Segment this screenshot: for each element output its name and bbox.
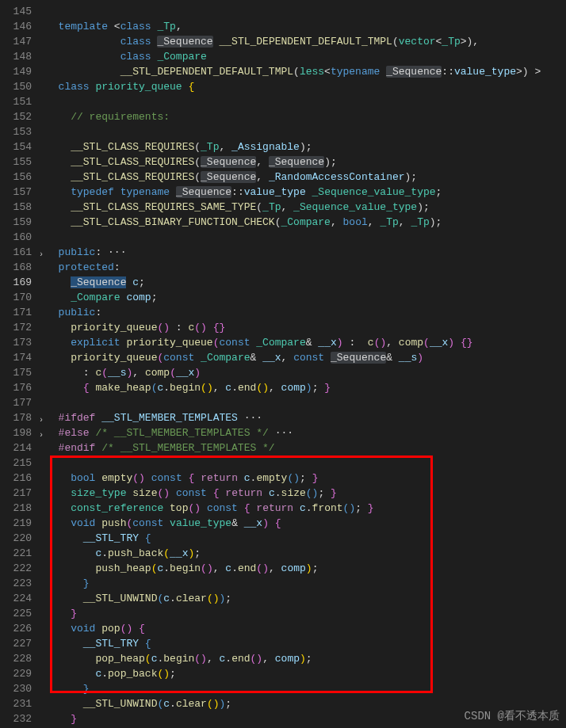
line-gutter: 1451461471481491501511521531541551561571… xyxy=(0,0,46,728)
line-number: 219 xyxy=(0,516,46,531)
code-line[interactable]: } xyxy=(46,576,566,591)
line-number: 224 xyxy=(0,591,46,606)
code-line[interactable]: __STL_CLASS_REQUIRES_SAME_TYPE(_Tp, _Seq… xyxy=(46,200,566,215)
line-number: 155 xyxy=(0,154,46,170)
line-number: 169 xyxy=(0,275,46,290)
code-line[interactable]: __STL_CLASS_REQUIRES(_Tp, _Assignable); xyxy=(46,139,566,154)
code-line[interactable] xyxy=(46,455,566,471)
code-line[interactable]: _Sequence c; xyxy=(46,275,566,290)
line-number: 159 xyxy=(0,215,46,230)
line-number: 150 xyxy=(0,79,46,94)
code-line[interactable] xyxy=(46,124,566,139)
line-number: 222 xyxy=(0,561,46,576)
line-number: 232 xyxy=(0,711,46,726)
code-line[interactable]: public: ··· xyxy=(46,245,566,260)
code-line[interactable]: __STL_TRY { xyxy=(46,531,566,546)
line-number: 227 xyxy=(0,636,46,651)
line-number: 216 xyxy=(0,471,46,486)
code-line[interactable]: class priority_queue { xyxy=(46,79,566,94)
code-line[interactable] xyxy=(46,395,566,410)
code-line[interactable]: bool empty() const { return c.empty(); } xyxy=(46,471,566,486)
code-line[interactable]: push_heap(c.begin(), c.end(), comp); xyxy=(46,561,566,576)
line-number: 161› xyxy=(0,245,46,260)
line-number: 158 xyxy=(0,200,46,215)
line-number: 215 xyxy=(0,455,46,471)
line-number: 177 xyxy=(0,395,46,410)
code-line[interactable]: void pop() { xyxy=(46,621,566,636)
code-line[interactable] xyxy=(46,4,566,19)
line-number: 218 xyxy=(0,501,46,516)
code-line[interactable]: c.pop_back(); xyxy=(46,666,566,681)
code-line[interactable]: } xyxy=(46,606,566,621)
code-line[interactable]: public: xyxy=(46,305,566,320)
code-line[interactable]: __STL_UNWIND(c.clear()); xyxy=(46,591,566,606)
line-number: 157 xyxy=(0,185,46,200)
line-number: 147 xyxy=(0,34,46,49)
code-line[interactable]: pop_heap(c.begin(), c.end(), comp); xyxy=(46,651,566,666)
line-number: 174 xyxy=(0,350,46,365)
line-number: 231 xyxy=(0,696,46,711)
code-line[interactable]: priority_queue(const _Compare& __x, cons… xyxy=(46,350,566,365)
watermark-text: CSDN @看不透本质 xyxy=(465,709,560,723)
line-number: 223 xyxy=(0,576,46,591)
code-line[interactable]: __STL_CLASS_REQUIRES(_Sequence, _Sequenc… xyxy=(46,154,566,170)
code-line[interactable]: { make_heap(c.begin(), c.end(), comp); } xyxy=(46,380,566,395)
code-line[interactable]: size_type size() const { return c.size()… xyxy=(46,486,566,501)
line-number: 168 xyxy=(0,260,46,275)
code-line[interactable] xyxy=(46,230,566,245)
code-line[interactable]: __STL_CLASS_REQUIRES(_Sequence, _RandomA… xyxy=(46,170,566,185)
line-number: 151 xyxy=(0,94,46,109)
line-number: 229 xyxy=(0,666,46,681)
line-number: 154 xyxy=(0,139,46,154)
code-line[interactable]: template <class _Tp, xyxy=(46,19,566,34)
code-line[interactable]: __STL_DEPENDENT_DEFAULT_TMPL(less<typena… xyxy=(46,64,566,79)
line-number: 170 xyxy=(0,290,46,305)
line-number: 145 xyxy=(0,4,46,19)
line-number: 217 xyxy=(0,486,46,501)
line-number: 146 xyxy=(0,19,46,34)
line-number: 149 xyxy=(0,64,46,79)
line-number: 221 xyxy=(0,546,46,561)
code-line[interactable]: #else /* __STL_MEMBER_TEMPLATES */ ··· xyxy=(46,425,566,440)
line-number: 148 xyxy=(0,49,46,64)
code-line[interactable]: class _Compare xyxy=(46,49,566,64)
code-line[interactable]: // requirements: xyxy=(46,109,566,124)
code-line[interactable]: c.push_back(__x); xyxy=(46,546,566,561)
line-number: 175 xyxy=(0,365,46,380)
code-area[interactable]: template <class _Tp, class _Sequence __S… xyxy=(46,0,566,728)
line-number: 228 xyxy=(0,651,46,666)
code-line[interactable]: void push(const value_type& __x) { xyxy=(46,516,566,531)
line-number: 172 xyxy=(0,320,46,335)
code-line[interactable]: : c(__s), comp(__x) xyxy=(46,365,566,380)
line-number: 230 xyxy=(0,681,46,696)
line-number: 160 xyxy=(0,230,46,245)
line-number: 226 xyxy=(0,621,46,636)
code-line[interactable]: const_reference top() const { return c.f… xyxy=(46,501,566,516)
line-number: 152 xyxy=(0,109,46,124)
code-editor[interactable]: 1451461471481491501511521531541551561571… xyxy=(0,0,566,728)
line-number: 214 xyxy=(0,440,46,455)
line-number: 171 xyxy=(0,305,46,320)
code-line[interactable]: __STL_CLASS_BINARY_FUNCTION_CHECK(_Compa… xyxy=(46,215,566,230)
code-line[interactable]: #ifdef __STL_MEMBER_TEMPLATES ··· xyxy=(46,410,566,425)
code-line[interactable]: typedef typename _Sequence::value_type _… xyxy=(46,185,566,200)
code-line[interactable]: } xyxy=(46,681,566,696)
line-number: 178› xyxy=(0,410,46,425)
code-line[interactable]: _Compare comp; xyxy=(46,290,566,305)
code-line[interactable]: __STL_TRY { xyxy=(46,636,566,651)
code-line[interactable]: #endif /* __STL_MEMBER_TEMPLATES */ xyxy=(46,440,566,455)
code-line[interactable]: protected: xyxy=(46,260,566,275)
line-number: 153 xyxy=(0,124,46,139)
code-line[interactable] xyxy=(46,94,566,109)
line-number: 225 xyxy=(0,606,46,621)
line-number: 156 xyxy=(0,170,46,185)
code-line[interactable]: priority_queue() : c() {} xyxy=(46,320,566,335)
line-number: 220 xyxy=(0,531,46,546)
line-number: 173 xyxy=(0,335,46,350)
line-number: 198› xyxy=(0,425,46,440)
line-number: 176 xyxy=(0,380,46,395)
code-line[interactable]: class _Sequence __STL_DEPENDENT_DEFAULT_… xyxy=(46,34,566,49)
code-line[interactable]: explicit priority_queue(const _Compare& … xyxy=(46,335,566,350)
